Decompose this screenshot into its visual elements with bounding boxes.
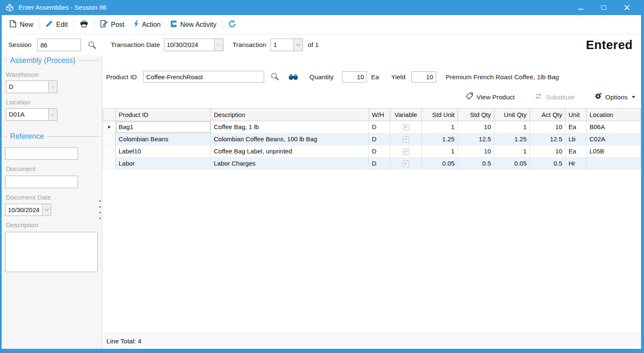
cell-wh[interactable]: D xyxy=(369,145,390,158)
cell-std-unit[interactable]: 0.05 xyxy=(422,158,458,170)
current-row-arrow-icon xyxy=(108,125,111,129)
transaction-combo[interactable]: 1 xyxy=(270,39,303,51)
col-wh[interactable]: W/H xyxy=(369,108,390,121)
chevron-down-icon[interactable] xyxy=(48,109,57,120)
options-gear-icon xyxy=(594,92,602,102)
cell-variable[interactable] xyxy=(390,133,422,145)
cell-unit-qty[interactable]: 1.25 xyxy=(494,133,530,145)
transaction-date-combo[interactable]: 10/30/2024 xyxy=(164,39,223,51)
cell-variable[interactable] xyxy=(390,158,422,170)
substitute-button[interactable]: Substitute xyxy=(534,93,575,101)
col-act-qty[interactable]: Act Qty xyxy=(530,108,566,121)
checkbox-checked-icon xyxy=(403,161,409,167)
cell-act-qty[interactable]: 12.5 xyxy=(530,133,566,145)
cell-variable[interactable] xyxy=(390,145,422,158)
location-label: Location xyxy=(6,99,31,106)
chevron-down-icon[interactable] xyxy=(293,39,302,51)
cell-product-id[interactable]: Colombian Beans xyxy=(116,133,211,145)
edit-button[interactable]: Edit xyxy=(41,18,73,32)
description-textarea[interactable] xyxy=(5,232,98,272)
cell-std-qty[interactable]: 12.5 xyxy=(458,133,494,145)
cell-std-qty[interactable]: 0.5 xyxy=(458,158,494,170)
session-search-icon[interactable] xyxy=(88,41,96,49)
cell-description[interactable]: Coffee Bag, 1 lb xyxy=(211,121,369,133)
session-input[interactable] xyxy=(37,39,81,51)
chevron-down-icon[interactable] xyxy=(214,39,223,51)
location-combo[interactable]: D01A xyxy=(6,108,57,121)
cell-location[interactable] xyxy=(587,158,641,170)
row-selector[interactable] xyxy=(103,133,116,145)
cell-std-qty[interactable]: 10 xyxy=(458,121,494,133)
chevron-down-icon[interactable] xyxy=(42,204,51,215)
cell-std-qty[interactable]: 10 xyxy=(458,145,494,158)
cell-wh[interactable]: D xyxy=(369,158,390,170)
cell-std-unit[interactable]: 1 xyxy=(422,145,458,158)
post-button[interactable]: Post xyxy=(96,18,129,32)
cell-act-qty[interactable]: 10 xyxy=(530,145,566,158)
new-button[interactable]: New xyxy=(5,18,38,32)
close-button[interactable] xyxy=(621,1,633,14)
options-button[interactable]: Options xyxy=(594,92,635,102)
yield-input[interactable] xyxy=(411,71,436,83)
maximize-button[interactable] xyxy=(597,1,610,14)
cell-description[interactable]: Colombian Coffee Beans, 100 lb Bag xyxy=(211,133,369,145)
panel-splitter-handle[interactable] xyxy=(98,200,102,219)
cell-product-id[interactable]: Bag1 xyxy=(116,121,211,133)
col-product-id[interactable]: Product ID xyxy=(116,108,211,121)
cell-description[interactable]: Coffee Bag Label, unprinted xyxy=(211,145,369,158)
quantity-label: Quantity xyxy=(309,73,334,81)
cell-unit-qty[interactable]: 0.05 xyxy=(494,158,530,170)
row-selector[interactable] xyxy=(103,158,116,170)
cell-product-id[interactable]: Label10 xyxy=(116,145,211,158)
document-date-combo[interactable]: 10/30/2024 xyxy=(5,204,51,216)
reference-group-title-text: Reference xyxy=(10,132,44,141)
grid-row-colombian-beans: Colombian Beans Colombian Coffee Beans, … xyxy=(103,133,641,145)
assembly-group-title: Assembly (Process) xyxy=(4,56,99,65)
cell-variable[interactable] xyxy=(390,121,422,133)
cell-act-qty[interactable]: 10 xyxy=(530,121,566,133)
cell-location[interactable]: B06A xyxy=(587,121,641,133)
row-selector[interactable] xyxy=(103,145,116,158)
cell-unit[interactable]: Ea xyxy=(566,145,587,158)
cell-location[interactable]: C02A xyxy=(587,133,641,145)
cell-unit[interactable]: Ea xyxy=(566,121,587,133)
row-selector[interactable] xyxy=(103,121,116,133)
document-input[interactable] xyxy=(5,176,78,188)
cell-std-unit[interactable]: 1.25 xyxy=(422,133,458,145)
warehouse-value: D xyxy=(6,81,48,93)
row-selector-header[interactable] xyxy=(103,108,116,121)
action-button[interactable]: Action xyxy=(129,18,165,32)
binoculars-lookup-icon[interactable] xyxy=(288,74,298,80)
cell-product-id[interactable]: Labor xyxy=(116,158,211,170)
col-variable[interactable]: Variable xyxy=(390,108,422,121)
cell-description[interactable]: Labor Charges xyxy=(211,158,369,170)
action-button-label: Action xyxy=(142,21,161,29)
warehouse-combo[interactable]: D xyxy=(6,80,57,93)
quantity-input[interactable] xyxy=(342,71,367,83)
col-unit[interactable]: Unit xyxy=(566,108,587,121)
col-unit-qty[interactable]: Unit Qty xyxy=(494,108,530,121)
cell-unit[interactable]: Lb xyxy=(566,133,587,145)
col-description[interactable]: Description xyxy=(211,108,369,121)
reference-input[interactable] xyxy=(5,147,78,160)
cell-wh[interactable]: D xyxy=(369,121,390,133)
cell-location[interactable]: L05B xyxy=(587,145,641,158)
document-date-value: 10/30/2024 xyxy=(5,204,42,215)
cell-act-qty[interactable]: 0.5 xyxy=(530,158,566,170)
col-std-qty[interactable]: Std Qty xyxy=(458,108,494,121)
col-std-unit[interactable]: Std Unit xyxy=(422,108,458,121)
chevron-down-icon[interactable] xyxy=(48,81,57,93)
cell-unit-qty[interactable]: 1 xyxy=(494,145,530,158)
new-activity-button[interactable]: New Activity xyxy=(165,18,221,32)
cell-unit-qty[interactable]: 1 xyxy=(494,121,530,133)
view-product-button[interactable]: View Product xyxy=(465,92,515,102)
print-button[interactable] xyxy=(75,18,93,32)
col-location[interactable]: Location xyxy=(587,108,641,121)
product-search-icon[interactable] xyxy=(270,72,279,81)
cell-unit[interactable]: Hr xyxy=(566,158,587,170)
cell-wh[interactable]: D xyxy=(369,133,390,145)
cell-std-unit[interactable]: 1 xyxy=(422,121,458,133)
refresh-button[interactable] xyxy=(224,18,241,32)
product-id-input[interactable] xyxy=(143,71,264,83)
minimize-button[interactable] xyxy=(574,1,587,14)
